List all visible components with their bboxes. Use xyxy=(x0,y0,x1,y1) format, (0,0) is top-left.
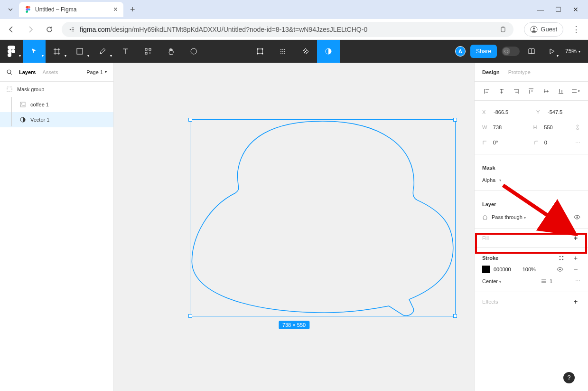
align-left-button[interactable] xyxy=(482,86,492,96)
url-bar[interactable]: figma.com/design/mHy69ikdLNTMt8pKdADXXU/… xyxy=(62,22,513,37)
resize-handle-tl[interactable] xyxy=(188,118,192,122)
assets-tab[interactable]: Assets xyxy=(42,69,58,75)
svg-point-32 xyxy=(21,103,22,104)
svg-point-20 xyxy=(282,49,283,50)
more-options-button[interactable]: ⋯ xyxy=(575,140,580,146)
layer-row-vector[interactable]: Vector 1 xyxy=(0,112,113,127)
hand-tool[interactable] xyxy=(159,40,182,63)
close-window-button[interactable]: ✕ xyxy=(573,6,579,13)
nav-forward-button[interactable] xyxy=(24,23,37,36)
use-as-mask-button[interactable] xyxy=(294,40,317,63)
y-input[interactable]: -547.5 xyxy=(548,109,576,115)
vector-shape xyxy=(190,120,455,316)
fill-title: Fill xyxy=(482,235,489,241)
prototype-tab[interactable]: Prototype xyxy=(508,69,531,75)
move-tool[interactable]: ▾ xyxy=(23,40,46,63)
shape-tool[interactable]: ▾ xyxy=(68,40,91,63)
align-right-button[interactable] xyxy=(512,86,521,96)
svg-point-15 xyxy=(257,48,258,50)
align-vcenter-button[interactable] xyxy=(541,86,551,96)
resize-handle-br[interactable] xyxy=(453,314,457,318)
add-fill-button[interactable]: + xyxy=(571,233,580,243)
x-input[interactable]: -866.5 xyxy=(494,109,522,115)
clipboard-icon[interactable] xyxy=(499,26,507,33)
text-tool[interactable] xyxy=(114,40,137,63)
image-icon xyxy=(20,102,26,107)
user-avatar[interactable]: A xyxy=(455,46,466,57)
align-bottom-button[interactable] xyxy=(556,86,566,96)
close-tab-button[interactable]: × xyxy=(113,5,118,14)
mask-type-select[interactable]: Alpha ▾ xyxy=(482,177,580,187)
resources-tool[interactable] xyxy=(137,40,159,63)
resize-handle-bl[interactable] xyxy=(188,314,192,318)
pen-tool[interactable]: ▾ xyxy=(91,40,114,63)
selection-bounds[interactable] xyxy=(190,119,456,316)
stroke-color-input[interactable]: 000000 xyxy=(494,267,511,272)
edit-object-button[interactable] xyxy=(249,40,271,63)
stroke-title: Stroke xyxy=(482,255,498,261)
add-stroke-button[interactable]: + xyxy=(571,253,580,263)
stroke-style-button[interactable] xyxy=(557,253,566,263)
figma-menu-button[interactable]: ▾ xyxy=(0,40,23,63)
tab-title: Untitled – Figma xyxy=(35,6,76,13)
svg-rect-12 xyxy=(149,48,151,50)
resources-icon xyxy=(144,48,152,55)
reload-button[interactable] xyxy=(43,23,56,36)
create-component-button[interactable] xyxy=(271,40,294,63)
align-top-button[interactable] xyxy=(526,86,536,96)
align-hcenter-button[interactable] xyxy=(497,86,506,96)
minimize-button[interactable]: — xyxy=(537,6,544,13)
corner-radius-input[interactable]: 0 xyxy=(544,140,570,145)
distribute-button[interactable]: ▾ xyxy=(571,86,580,96)
stroke-weight-group: 1 xyxy=(541,278,552,284)
layers-tab[interactable]: Layers xyxy=(19,69,36,75)
page-selector[interactable]: Page 1▾ xyxy=(86,69,107,75)
chevron-down-icon: ▾ xyxy=(19,54,21,58)
stroke-weight-input[interactable]: 1 xyxy=(550,278,552,284)
add-effect-button[interactable]: + xyxy=(571,297,580,306)
layer-row-coffee[interactable]: coffee 1 xyxy=(0,97,113,112)
zoom-control[interactable]: 75%▾ xyxy=(565,48,580,55)
maximize-button[interactable]: ☐ xyxy=(555,6,561,13)
profile-chip[interactable]: Guest xyxy=(524,22,563,37)
layer-opacity-input[interactable]: 100% xyxy=(548,214,561,220)
nav-back-button[interactable] xyxy=(5,23,18,36)
browser-tab[interactable]: Untitled – Figma × xyxy=(19,2,123,17)
remove-stroke-button[interactable]: − xyxy=(571,265,580,274)
dev-mode-toggle[interactable] xyxy=(502,47,520,56)
stroke-color-swatch[interactable] xyxy=(482,266,490,273)
svg-rect-30 xyxy=(7,87,12,92)
tab-search-dropdown[interactable] xyxy=(4,3,17,16)
constrain-proportions-button[interactable] xyxy=(575,124,580,131)
resize-handle-tr[interactable] xyxy=(453,118,457,122)
svg-point-39 xyxy=(560,269,561,270)
blend-mode-select[interactable]: Pass through ▾ xyxy=(492,214,526,220)
present-button[interactable]: ▾ xyxy=(543,40,560,63)
search-icon[interactable] xyxy=(7,69,12,75)
right-panel: Design Prototype ▾ X -866.5 Y -547.5 W 7… xyxy=(474,63,588,391)
url-text: figma.com/design/mHy69ikdLNTMt8pKdADXXU/… xyxy=(80,26,367,33)
stroke-position-select[interactable]: Center ▾ xyxy=(482,278,501,284)
stroke-advanced-button[interactable]: ⋯ xyxy=(575,278,580,284)
help-button[interactable]: ? xyxy=(563,372,575,383)
svg-point-26 xyxy=(282,53,283,54)
new-tab-button[interactable]: + xyxy=(130,5,135,15)
stroke-opacity-input[interactable]: 100% xyxy=(523,267,536,272)
rotation-input[interactable]: 0° xyxy=(493,140,519,145)
stroke-visibility-toggle[interactable] xyxy=(557,266,563,273)
library-button[interactable] xyxy=(524,40,539,63)
layer-row-mask-group[interactable]: Mask group xyxy=(0,82,113,97)
design-tab[interactable]: Design xyxy=(482,69,500,75)
comment-tool[interactable] xyxy=(182,40,205,63)
share-button[interactable]: Share xyxy=(470,45,497,58)
mask-button[interactable] xyxy=(317,40,340,63)
h-input[interactable]: 550 xyxy=(544,124,570,130)
site-settings-icon xyxy=(68,26,75,33)
svg-point-1 xyxy=(70,29,71,30)
browser-menu-button[interactable]: ⋮ xyxy=(569,24,583,35)
layer-name: coffee 1 xyxy=(30,102,49,107)
frame-tool[interactable]: ▾ xyxy=(46,40,68,63)
w-input[interactable]: 738 xyxy=(493,124,519,130)
visibility-toggle[interactable] xyxy=(574,214,580,220)
canvas[interactable]: 738 × 550 xyxy=(114,63,474,391)
